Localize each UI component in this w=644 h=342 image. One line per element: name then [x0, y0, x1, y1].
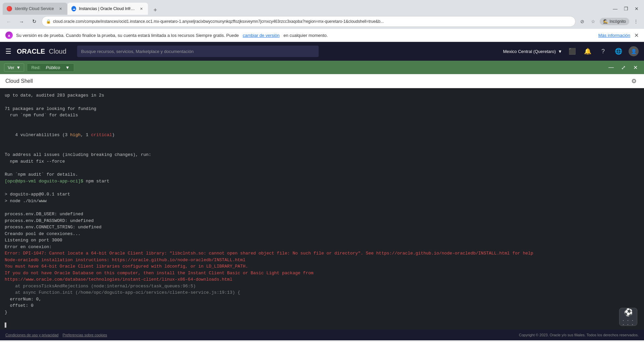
terminal-line: 71 packages are looking for funding — [5, 106, 639, 112]
vuln-comma: , 1 — [80, 132, 91, 137]
terminal-error-line: If you do not have Oracle Database on th… — [5, 270, 639, 277]
tab-instancias-close[interactable]: ✕ — [139, 6, 144, 11]
cookies-link[interactable]: Preferencias sobre cookies — [63, 333, 107, 337]
trial-banner-close-button[interactable]: ✕ — [634, 32, 639, 39]
oracle-text: ORACLE — [17, 48, 45, 55]
help-icon[interactable]: ? — [598, 46, 608, 57]
user-avatar[interactable]: 👤 — [629, 46, 639, 56]
trial-text-before: Su versión es de prueba. Cuando finalice… — [16, 33, 239, 38]
ver-dropdown[interactable]: Ver ▼ — [4, 63, 24, 72]
tab-instancias-label: Instancias | Oracle Cloud Infrastr... — [79, 6, 135, 11]
terminal-stack-line: at async Function.init (/home/opc/doguit… — [5, 289, 639, 296]
trial-icon-text: ▲ — [7, 33, 11, 37]
terms-link[interactable]: Condiciones de uso y privacidad — [5, 333, 58, 337]
terminal-prompt-line: [opc@dps-vm1 doguito-app-oci]$ npm start — [5, 178, 639, 185]
terminal-line: Run `npm audit` for details. — [5, 171, 639, 178]
tab-instancias[interactable]: ☁ Instancias | Oracle Cloud Infrastr... … — [67, 3, 148, 15]
terminal-line: Listening on port 3000 — [5, 237, 639, 244]
new-tab-button[interactable]: + — [151, 5, 160, 15]
address-icons: ⊘ ☆ — [578, 17, 598, 26]
shell-minimize-button[interactable]: — — [606, 63, 616, 72]
cloudshell-title: Cloud Shell — [5, 78, 629, 84]
close-window-button[interactable]: ✕ — [632, 4, 641, 13]
terminal-line: process.env.DB_PASSWORD: undefined — [5, 218, 639, 224]
tab-identity-close[interactable]: ✕ — [58, 6, 63, 11]
search-input[interactable] — [77, 46, 319, 57]
maximize-button[interactable]: ❐ — [621, 4, 631, 13]
tab-bar: 🔴 Identity Cloud Service ✕ ☁ Instancias … — [0, 0, 644, 15]
oracle-nav-right: Mexico Central (Queretaro) ▼ ⬛ 🔔 ? 🌐 👤 — [503, 46, 639, 57]
notifications-icon[interactable]: 🔔 — [582, 46, 593, 57]
terminal-line: npm audit fix --force — [5, 158, 639, 165]
trial-text-after: en cualquier momento. — [283, 33, 328, 38]
minimize-button[interactable]: — — [610, 4, 620, 13]
more-info-link[interactable]: Más información — [598, 33, 630, 38]
back-button[interactable]: ← — [3, 16, 14, 27]
tab-identity-label: Identity Cloud Service — [15, 6, 54, 11]
terminal-vulnerability-line: 4 vulnerabilities (3 high, 1 critical) — [5, 125, 639, 145]
terminal-line: > node ./bin/www — [5, 198, 639, 205]
region-selector[interactable]: Mexico Central (Queretaro) ▼ — [503, 49, 562, 54]
terminal-blank — [5, 184, 639, 191]
cloudshell-settings-icon[interactable]: ⚙ — [629, 76, 639, 86]
browser-window-controls: — ❐ ✕ — [610, 4, 641, 15]
terminal-line: offset: 0 — [5, 302, 639, 309]
hamburger-menu-icon[interactable]: ☰ — [5, 47, 11, 55]
bookmark-icon[interactable]: ☆ — [588, 17, 598, 26]
language-icon[interactable]: 🌐 — [613, 46, 624, 57]
tab-identity[interactable]: 🔴 Identity Cloud Service ✕ — [3, 3, 67, 15]
cloud-text: Cloud — [49, 48, 66, 55]
vuln-close: ) — [112, 132, 115, 137]
oracle-logo: ORACLE Cloud — [17, 48, 66, 55]
shell-close-button[interactable]: ✕ — [631, 63, 640, 72]
oracle-nav: ☰ ORACLE Cloud Mexico Central (Queretaro… — [0, 42, 644, 61]
shell-help-icon: ⚽ — [624, 307, 633, 319]
footer-copyright: Copyright © 2023. Oracle y/o sus filiale… — [519, 333, 639, 337]
terminal-blank — [5, 145, 639, 152]
terminal-line: up to date, audited 283 packages in 2s — [5, 92, 639, 99]
terminal-line: run `npm fund` for details — [5, 112, 639, 119]
terminal-blank — [5, 99, 639, 106]
vuln-high: high — [70, 132, 80, 137]
terminal-stack-line: at processTicksAndRejections (node:inter… — [5, 283, 639, 290]
cloudshell-title-bar: Cloud Shell ⚙ — [0, 74, 644, 88]
footer-links: Condiciones de uso y privacidad Preferen… — [5, 333, 107, 337]
terminal-blank — [5, 204, 639, 211]
footer: Condiciones de uso y privacidad Preferen… — [0, 330, 644, 340]
ver-label: Ver — [8, 65, 14, 70]
terminal-error-line: Error: DPI-1047: Cannot locate a 64-bit … — [5, 250, 639, 257]
terminal-error-line: You must have 64-bit Oracle Client libra… — [5, 263, 639, 270]
address-field[interactable]: 🔒 cloud.oracle.com/compute/instances/oci… — [42, 16, 576, 27]
net-dropdown-icon: ▼ — [65, 65, 70, 70]
trial-banner-right: Más información ✕ — [598, 32, 639, 39]
disable-javascript-icon[interactable]: ⊘ — [578, 17, 587, 26]
terminal[interactable]: up to date, audited 283 packages in 2s 7… — [0, 88, 644, 330]
oracle-logo-text: ORACLE Cloud — [17, 48, 66, 55]
shell-help-button[interactable]: ⚽ • • •• • • — [619, 308, 637, 326]
terminal-line: process.env.CONNECT_STRING: undefined — [5, 224, 639, 231]
vuln-count: 4 vulnerabilities (3 — [15, 132, 70, 137]
net-dropdown[interactable]: Red: Público ▼ — [27, 63, 74, 72]
more-options-icon[interactable]: ⋮ — [631, 17, 641, 26]
shell-help-dots: • • •• • • — [623, 319, 634, 327]
cloud-shell-icon[interactable]: ⬛ — [567, 46, 578, 57]
reload-button[interactable]: ↻ — [29, 16, 40, 27]
tab-favicon-instancias: ☁ — [71, 6, 76, 11]
incognito-icon: 🕵 — [603, 19, 608, 24]
terminal-line: Error en conexion: — [5, 244, 639, 250]
terminal-line: process.env.DB_USER: undefined — [5, 211, 639, 218]
terminal-prompt: [opc@dps-vm1 doguito-app-oci]$ — [5, 179, 83, 184]
terminal-line: } — [5, 309, 639, 316]
forward-button[interactable]: → — [16, 16, 27, 27]
address-text: cloud.oracle.com/compute/instances/ocid1… — [53, 19, 384, 24]
terminal-blank — [5, 119, 639, 125]
region-label: Mexico Central (Queretaro) — [503, 49, 556, 54]
change-version-link[interactable]: cambiar de versión — [243, 33, 280, 38]
browser-chrome: 🔴 Identity Cloud Service ✕ ☁ Instancias … — [0, 0, 644, 29]
cloudshell-toolbar: Ver ▼ Red: Público ▼ — ⤢ ✕ — [0, 61, 644, 74]
oracle-search[interactable] — [77, 46, 319, 57]
trial-icon: ▲ — [5, 32, 13, 39]
terminal-error-line: https://www.oracle.com/database/technolo… — [5, 276, 639, 283]
shell-expand-button[interactable]: ⤢ — [619, 63, 628, 72]
terminal-blank — [5, 316, 639, 322]
